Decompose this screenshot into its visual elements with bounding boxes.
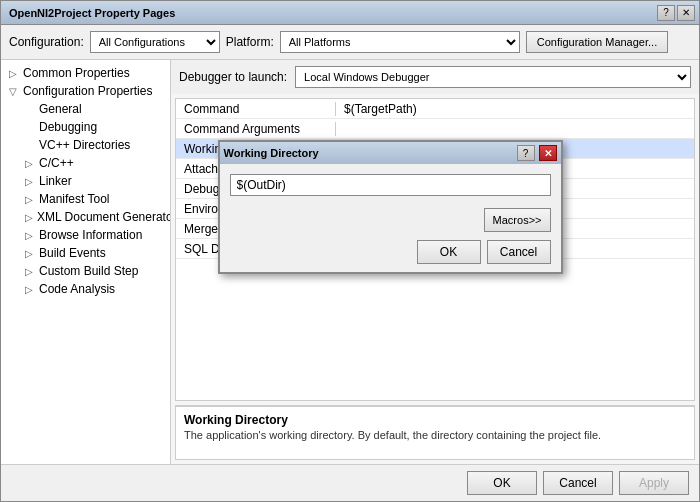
dialog-help-button[interactable]: ? <box>517 145 535 161</box>
dialog-button-row: Macros>> <box>230 208 551 232</box>
macros-button[interactable]: Macros>> <box>484 208 551 232</box>
dialog-overlay: Working Directory ? ✕ Macros>> OK Cancel <box>0 0 700 502</box>
dialog-close-button[interactable]: ✕ <box>539 145 557 161</box>
dialog-ok-button[interactable]: OK <box>417 240 481 264</box>
dialog-body: Macros>> OK Cancel <box>220 164 561 272</box>
dialog-cancel-button[interactable]: Cancel <box>487 240 551 264</box>
dialog-title: Working Directory <box>224 147 319 159</box>
dialog-title-bar: Working Directory ? ✕ <box>220 142 561 164</box>
dialog-ok-cancel-row: OK Cancel <box>230 240 551 264</box>
working-directory-dialog: Working Directory ? ✕ Macros>> OK Cancel <box>218 140 563 274</box>
working-directory-input[interactable] <box>230 174 551 196</box>
